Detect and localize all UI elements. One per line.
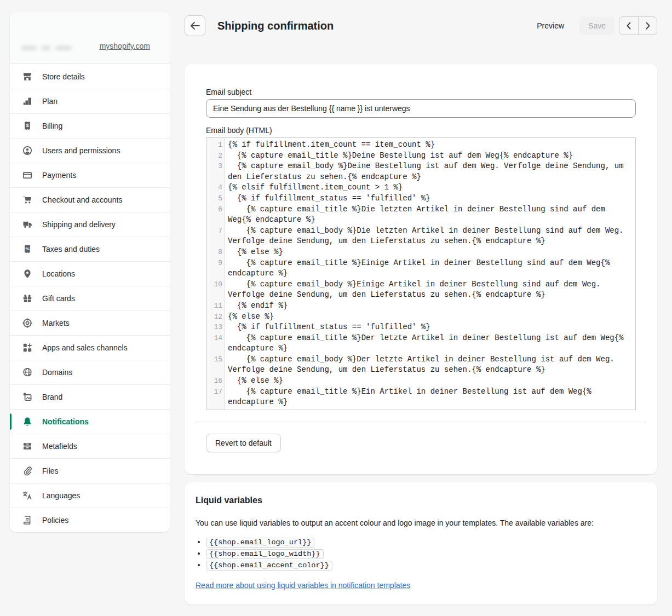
line-number: 11	[206, 301, 225, 312]
sidebar-item-label: Billing	[42, 122, 62, 130]
code-line-text[interactable]: {% capture email_title %}Die letzten Art…	[225, 204, 635, 226]
email-subject-label: Email subject	[206, 87, 636, 97]
code-line-text[interactable]: {% capture email_title %}Deine Bestellun…	[225, 151, 635, 162]
store-domain-link[interactable]: myshopify.com	[100, 42, 150, 50]
liquid-variable-item: {{shop.email_logo_width}}	[206, 549, 646, 558]
back-button[interactable]	[185, 15, 205, 36]
code-line-text[interactable]: {% endif %}	[225, 301, 635, 312]
revert-to-default-button[interactable]: Revert to default	[206, 434, 281, 452]
policies-icon	[22, 515, 33, 526]
next-template-button[interactable]	[638, 17, 657, 34]
notifications-icon	[22, 416, 33, 427]
email-body-code-editor[interactable]: 1 {% if fulfillment.item_count == item_c…	[206, 137, 636, 410]
sidebar-item-label: Checkout and accounts	[42, 195, 122, 204]
sidebar-item-policies[interactable]: Policies	[10, 508, 170, 532]
liquid-variable-item: {{shop.email_accent_color}}	[206, 561, 646, 569]
sidebar-item-files[interactable]: Files	[10, 458, 170, 483]
sidebar-item-label: Files	[42, 467, 59, 475]
sidebar-item-locations[interactable]: Locations	[10, 261, 170, 286]
code-line-text[interactable]: {% capture email_body %}Deine Bestellung…	[225, 161, 635, 182]
taxes-icon: %	[22, 244, 33, 255]
sidebar-item-label: Payments	[42, 171, 76, 180]
brand-icon	[22, 392, 33, 402]
liquid-variables-card: Liquid variables You can use liquid vari…	[185, 482, 657, 605]
shipping-icon	[22, 219, 33, 230]
code-line-text[interactable]: {% capture email_body %}Einige Artikel i…	[225, 279, 635, 301]
locations-icon	[22, 268, 33, 279]
line-number: 7	[206, 226, 225, 247]
code-line-text[interactable]: {% if fulfillment.item_count == item_cou…	[225, 140, 635, 151]
email-subject-input[interactable]	[206, 99, 636, 118]
checkout-icon	[22, 194, 33, 205]
sidebar-item-label: Policies	[42, 516, 68, 525]
code-line: 14 {% capture email_title %}Der letzte A…	[206, 333, 635, 354]
sidebar-item-taxes-and-duties[interactable]: % Taxes and duties	[10, 237, 170, 261]
liquid-variable-code: {{shop.email_logo_width}}	[206, 549, 324, 559]
code-line-text[interactable]: {% capture email_title %}Der letzte Arti…	[225, 333, 635, 354]
sidebar-item-metafields[interactable]: Metafields	[10, 434, 170, 458]
code-line: 15 {% capture email_body %}Der letzte Ar…	[206, 354, 635, 376]
sidebar-item-plan[interactable]: Plan	[10, 89, 170, 113]
sidebar-item-checkout-and-accounts[interactable]: Checkout and accounts	[10, 187, 170, 212]
plan-icon	[22, 96, 33, 107]
code-line-text[interactable]: {% else %}	[225, 376, 635, 387]
code-line: 16 {% else %}	[206, 376, 635, 387]
code-line: 11 {% endif %}	[206, 301, 635, 312]
liquid-variable-item: {{shop.email_logo_url}}	[206, 538, 646, 546]
back-arrow-icon	[190, 21, 200, 30]
template-pagination	[619, 16, 657, 35]
files-icon	[22, 465, 33, 476]
sidebar-item-domains[interactable]: Domains	[10, 360, 170, 384]
sidebar-item-label: Gift cards	[42, 294, 75, 303]
sidebar-item-shipping-and-delivery[interactable]: Shipping and delivery	[10, 212, 170, 237]
line-number: 16	[206, 376, 225, 387]
line-number: 14	[206, 333, 225, 354]
code-line-text[interactable]: {% capture email_body %}Die letzten Arti…	[225, 226, 635, 247]
code-line-text[interactable]: {% capture email_body %}Der letzte Artik…	[225, 354, 635, 376]
preview-button[interactable]: Preview	[530, 17, 571, 34]
svg-text:$: $	[26, 123, 28, 128]
previous-template-button[interactable]	[619, 17, 638, 34]
line-number: 1	[206, 140, 225, 151]
line-number: 9	[206, 258, 225, 279]
code-line: 17 {% capture email_title %}Ein Artikel …	[206, 387, 635, 408]
sidebar-item-users-and-permissions[interactable]: Users and permissions	[10, 138, 170, 163]
code-line-text[interactable]: {% capture email_title %}Ein Artikel in …	[225, 387, 635, 408]
code-line-text[interactable]: {% if fulfillment_status == 'fulfilled' …	[225, 193, 635, 204]
line-number: 10	[206, 279, 225, 301]
sidebar-item-billing[interactable]: $ Billing	[10, 113, 170, 138]
sidebar-item-gift-cards[interactable]: Gift cards	[10, 286, 170, 310]
code-line-text[interactable]: {% elsif fulfillment.item_count > 1 %}	[225, 182, 635, 193]
sidebar-item-markets[interactable]: Markets	[10, 310, 170, 335]
sidebar-item-payments[interactable]: Payments	[10, 163, 170, 187]
line-number: 8	[206, 247, 225, 258]
sidebar-item-label: Shipping and delivery	[42, 220, 116, 229]
sidebar-item-label: Domains	[42, 368, 72, 377]
code-line-text[interactable]: {% if fulfillment_status == 'fulfilled' …	[225, 322, 635, 333]
save-button[interactable]: Save	[579, 16, 614, 35]
sidebar-item-brand[interactable]: Brand	[10, 384, 170, 409]
liquid-variables-description: You can use liquid variables to output a…	[196, 519, 646, 528]
settings-nav: Store details Plan $ Billing Users and p…	[10, 64, 170, 532]
svg-text:%: %	[25, 246, 29, 251]
sidebar-item-languages[interactable]: Languages	[10, 483, 170, 508]
code-line: 1 {% if fulfillment.item_count == item_c…	[206, 140, 635, 151]
line-number: 15	[206, 354, 225, 376]
sidebar-item-apps-and-sales-channels[interactable]: Apps and sales channels	[10, 335, 170, 360]
liquid-variables-list: {{shop.email_logo_url}} {{shop.email_log…	[196, 538, 646, 569]
billing-icon: $	[22, 120, 33, 131]
sidebar-item-notifications[interactable]: Notifications	[10, 409, 170, 434]
liquid-variables-docs-link[interactable]: Read more about using liquid variables i…	[196, 581, 410, 590]
sidebar-item-store-details[interactable]: Store details	[10, 64, 170, 89]
code-line-text[interactable]: {% capture email_title %}Einige Artikel …	[225, 258, 635, 279]
settings-sidebar: myshopify.com Store details Plan $ Billi…	[10, 12, 170, 532]
code-line-text[interactable]: {% else %}	[225, 247, 635, 258]
users-icon	[22, 145, 33, 156]
sidebar-item-label: Taxes and duties	[42, 245, 100, 254]
line-number: 6	[206, 204, 225, 226]
line-number: 4	[206, 182, 225, 193]
apps-icon	[22, 342, 33, 353]
liquid-variables-title: Liquid variables	[196, 496, 646, 505]
email-body-label: Email body (HTML)	[206, 125, 636, 135]
code-line-text[interactable]: {% else %}	[225, 312, 635, 323]
